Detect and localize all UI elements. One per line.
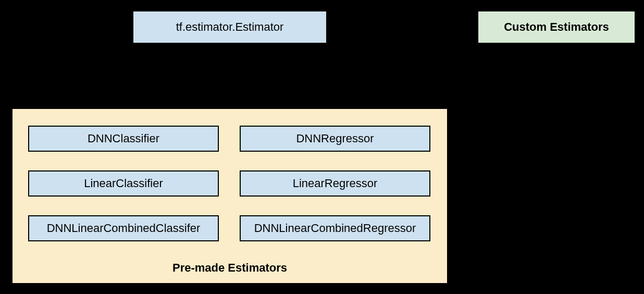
custom-estimators-box: Custom Estimators (477, 10, 636, 44)
premade-item-dnnregressor: DNNRegressor (240, 126, 430, 152)
premade-item-dnnlinearcombinedclassifier: DNNLinearCombinedClassifer (28, 215, 219, 241)
premade-item-label: LinearRegressor (293, 177, 378, 190)
premade-title-text: Pre-made Estimators (172, 261, 287, 274)
premade-item-linearclassifier: LinearClassifier (28, 170, 219, 197)
premade-estimators-title: Pre-made Estimators (13, 261, 447, 275)
custom-estimators-label: Custom Estimators (504, 20, 609, 34)
root-estimator-box: tf.estimator.Estimator (132, 10, 327, 44)
premade-item-label: LinearClassifier (84, 177, 163, 190)
premade-item-linearregressor: LinearRegressor (240, 170, 430, 197)
premade-item-dnnlinearcombinedregressor: DNNLinearCombinedRegressor (240, 215, 430, 241)
premade-item-label: DNNLinearCombinedRegressor (254, 222, 416, 235)
root-estimator-label: tf.estimator.Estimator (176, 20, 284, 34)
premade-item-label: DNNLinearCombinedClassifer (47, 222, 201, 235)
premade-item-dnnclassifier: DNNClassifier (28, 126, 219, 152)
premade-item-label: DNNClassifier (88, 132, 159, 145)
premade-item-label: DNNRegressor (296, 132, 374, 145)
premade-estimators-container: DNNClassifier DNNRegressor LinearClassif… (11, 108, 448, 284)
